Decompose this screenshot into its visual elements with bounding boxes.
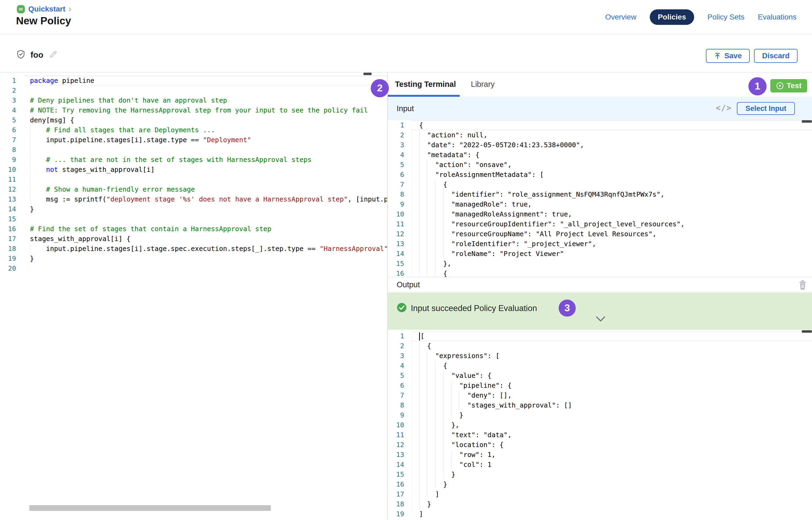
input-code-editor[interactable]: 1{2"action": null,3"date": "2022-05-05T2… [388, 120, 812, 277]
breadcrumb-chevron-icon: › [69, 4, 72, 14]
nav-evaluations[interactable]: Evaluations [758, 13, 796, 21]
success-message: Input succeeded Policy Evaluation [411, 304, 537, 313]
code-line: 14"col": 1 [388, 460, 812, 469]
code-line: 2{ [388, 341, 812, 351]
code-line: 2 [0, 85, 387, 96]
code-line: 10"managedRoleAssignment": true, [388, 209, 812, 219]
code-line: 3"date": "2022-05-05T20:41:23.538+0000", [388, 140, 812, 150]
test-button[interactable]: Test [770, 79, 807, 93]
line-number: 5 [388, 371, 412, 381]
line-number: 2 [0, 85, 24, 96]
header-divider [0, 34, 812, 34]
code-line: 11"resourceGroupIdentifier": "_all_proje… [388, 219, 812, 229]
policy-editor-hscrollbar[interactable] [29, 505, 271, 511]
line-number: 15 [0, 214, 24, 224]
policy-code: 1package pipeline23# Deny pipelines that… [0, 76, 387, 274]
code-line: 16} [388, 479, 812, 489]
annotation-step-2: 2 [371, 79, 389, 97]
code-view-icon[interactable]: </> [716, 103, 732, 112]
code-line: 11 [0, 175, 387, 184]
action-buttons: Save Discard [706, 49, 797, 63]
line-number: 4 [388, 150, 412, 160]
page-title: New Policy [16, 15, 71, 27]
clear-output-trash-icon[interactable] [798, 280, 807, 291]
code-line: 4{ [388, 361, 812, 371]
line-number: 6 [388, 381, 412, 390]
code-line: 16# Find the set of stages that contain … [0, 224, 387, 234]
line-number: 1 [388, 120, 412, 130]
line-number: 14 [0, 204, 24, 214]
save-button-label: Save [724, 52, 742, 60]
line-number: 10 [388, 420, 412, 430]
save-button[interactable]: Save [706, 49, 750, 63]
code-line: 11"text": "data", [388, 430, 812, 440]
policy-editor-scrollbar-thumb[interactable] [363, 73, 372, 75]
line-number: 12 [388, 229, 412, 239]
code-line: 6"pipeline": { [388, 381, 812, 390]
svg-text:∞: ∞ [19, 6, 23, 12]
text-cursor [419, 332, 420, 340]
code-line: 17] [388, 489, 812, 499]
code-line: 2"action": null, [388, 130, 812, 140]
output-code-editor[interactable]: 1[2{3"expressions": [4{5"value": {6"pipe… [388, 330, 812, 520]
line-number: 3 [388, 140, 412, 150]
select-input-button[interactable]: Select Input [737, 102, 795, 115]
code-line: 4"metadata": { [388, 150, 812, 160]
line-number: 13 [388, 450, 412, 460]
nav-policy-sets[interactable]: Policy Sets [708, 13, 745, 21]
line-number: 11 [0, 175, 24, 184]
code-line: 1[ [388, 331, 812, 341]
line-number: 8 [0, 145, 24, 155]
tab-library[interactable]: Library [471, 80, 495, 90]
code-line: 3# Deny pipelines that don't have an app… [0, 96, 387, 105]
line-number: 9 [0, 155, 24, 164]
policy-name: foo [30, 50, 43, 60]
policy-code-editor[interactable]: 1package pipeline23# Deny pipelines that… [0, 73, 387, 520]
code-line: 14"roleName": "Project Viewer" [388, 249, 812, 259]
breadcrumb-project-link[interactable]: Quickstart [28, 5, 66, 14]
nav-overview[interactable]: Overview [605, 13, 636, 21]
line-number: 8 [388, 189, 412, 199]
output-editor-scrollbar-thumb[interactable] [802, 330, 812, 333]
line-number: 17 [0, 234, 24, 244]
code-line: 9# ... that are not in the set of stages… [0, 155, 387, 164]
code-line: 6"roleAssignmentMetadata": [ [388, 170, 812, 180]
line-number: 4 [388, 361, 412, 371]
input-code: 1{2"action": null,3"date": "2022-05-05T2… [388, 120, 812, 277]
code-line: 19] [388, 509, 812, 519]
code-line: 17stages_with_approval[i] { [0, 234, 387, 244]
line-number: 20 [0, 263, 24, 274]
code-line: 15} [388, 469, 812, 479]
line-number: 9 [388, 199, 412, 209]
line-number: 11 [388, 430, 412, 440]
code-line: 14} [0, 204, 387, 214]
edit-pencil-icon[interactable] [49, 50, 58, 60]
line-number: 11 [388, 219, 412, 229]
nav-policies[interactable]: Policies [650, 9, 694, 25]
line-number: 15 [388, 259, 412, 268]
line-number: 14 [388, 460, 412, 469]
output-code: 1[2{3"expressions": [4{5"value": {6"pipe… [388, 331, 812, 519]
line-number: 16 [388, 479, 412, 489]
code-line: 4# NOTE: Try removing the HarnessApprova… [0, 105, 387, 115]
code-line: 7input.pipeline.stages[i].stage.type == … [0, 135, 387, 145]
code-line: 9"managedRole": true, [388, 199, 812, 209]
evaluation-success-banner: Input succeeded Policy Evaluation [388, 293, 812, 330]
line-number: 16 [388, 268, 412, 277]
expand-chevron-icon[interactable] [595, 316, 606, 323]
input-panel-header: Input </> Select Input [388, 97, 812, 120]
code-line: 15}, [388, 259, 812, 268]
line-number: 9 [388, 410, 412, 420]
line-number: 2 [388, 130, 412, 140]
code-line: 13"row": 1, [388, 450, 812, 460]
input-editor-scrollbar-thumb[interactable] [802, 120, 812, 123]
line-number: 10 [0, 164, 24, 175]
tab-testing-terminal[interactable]: Testing Terminal [395, 80, 456, 90]
code-line: 8"stages_with_approval": [] [388, 400, 812, 410]
discard-button[interactable]: Discard [754, 49, 797, 63]
code-line: 5"action": "onsave", [388, 160, 812, 170]
code-line: 9} [388, 410, 812, 420]
line-number: 16 [0, 224, 24, 234]
line-number: 6 [0, 125, 24, 135]
line-number: 2 [388, 341, 412, 351]
